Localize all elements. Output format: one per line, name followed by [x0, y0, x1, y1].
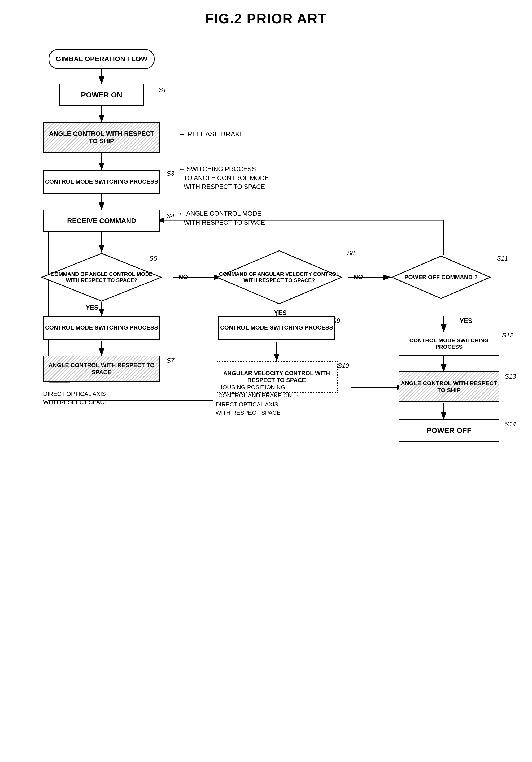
- step-s7: S7: [166, 357, 174, 364]
- power-off-node: POWER OFF: [399, 419, 499, 442]
- yes-label-3: YES: [460, 317, 472, 325]
- step-s1: S1: [159, 86, 166, 94]
- diamond2-node: COMMAND OF ANGULAR VELOCITY CONTROL WITH…: [216, 249, 343, 305]
- direct-optical-2: DIRECT OPTICAL AXISWITH RESPECT SPACE: [216, 401, 281, 417]
- control-mode-2-node: CONTROL MODE SWITCHING PROCESS: [43, 316, 160, 340]
- control-mode-1-node: CONTROL MODE SWITCHING PROCESS: [43, 170, 160, 194]
- annotation-switching: ← SWITCHING PROCESS TO ANGLE CONTROL MOD…: [178, 165, 269, 191]
- step-s11: S11: [497, 255, 508, 262]
- gimbal-node: GIMBAL OPERATION FLOW: [48, 49, 155, 69]
- diamond1-node: COMMAND OF ANGLE CONTROL MODE WITH RESPE…: [40, 252, 163, 302]
- control-mode-3-node: CONTROL MODE SWITCHING PROCESS: [218, 316, 335, 340]
- receive-command-node: RECEIVE COMMAND: [43, 210, 160, 232]
- annotation-angle-control-mode: ← ANGLE CONTROL MODE WITH RESPECT TO SPA…: [178, 209, 265, 227]
- step-s14: S14: [505, 420, 516, 428]
- step-s10: S10: [338, 362, 349, 370]
- annotation-release-brake: ← RELEASE BRAKE: [178, 130, 244, 138]
- step-s12: S12: [502, 332, 513, 339]
- yes-label-1: YES: [86, 304, 99, 311]
- angle-control-ship1-node: ANGLE CONTROL WITH RESPECT TO SHIP: [43, 122, 160, 153]
- control-mode-4-node: CONTROL MODE SWITCHING PROCESS: [399, 332, 499, 355]
- step-s8: S8: [347, 249, 355, 257]
- yes-label-2: YES: [274, 309, 287, 317]
- step-s13: S13: [505, 373, 516, 380]
- diamond3-node: POWER OFF COMMAND ?: [391, 255, 492, 300]
- page-title: FIG.2 PRIOR ART: [0, 0, 532, 35]
- housing-positioning-label: HOUSING POSITIONINGCONTROL AND BRAKE ON …: [218, 383, 299, 400]
- step-s3: S3: [166, 170, 174, 177]
- direct-optical-1: DIRECT OPTICAL AXISWITH RESPECT SPACE: [43, 390, 108, 407]
- no-label-2: NO: [354, 273, 363, 281]
- angle-ship2-node: ANGLE CONTROL WITH RESPECT TO SHIP: [399, 371, 499, 402]
- step-s4: S4: [166, 212, 174, 220]
- angle-space-node: ANGLE CONTROL WITH RESPECT TO SPACE: [43, 355, 160, 382]
- no-label-1: NO: [178, 273, 188, 281]
- power-on-node: POWER ON: [59, 84, 144, 106]
